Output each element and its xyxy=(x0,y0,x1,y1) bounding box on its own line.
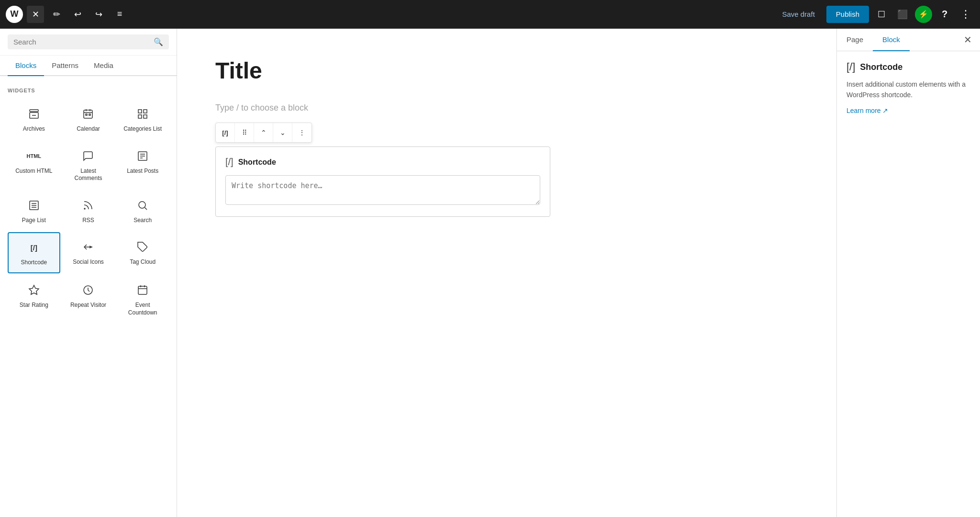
page-title[interactable]: Title xyxy=(215,57,798,84)
svg-rect-3 xyxy=(84,110,92,118)
block-item-social-icons[interactable]: Social Icons xyxy=(62,232,115,273)
block-item-archives[interactable]: Archives xyxy=(8,99,60,139)
archives-label: Archives xyxy=(23,125,45,133)
right-panel-content: [/] Shortcode Insert additional custom e… xyxy=(837,51,980,517)
block-item-shortcode[interactable]: [/]Shortcode xyxy=(8,232,60,273)
rss-icon xyxy=(79,197,97,214)
svg-rect-9 xyxy=(138,110,142,113)
move-down-btn[interactable]: ⌄ xyxy=(273,123,292,142)
svg-rect-27 xyxy=(138,286,147,294)
svg-rect-7 xyxy=(86,114,87,115)
shortcode-icon-small: [/] xyxy=(222,129,228,136)
settings-icon: ⬛ xyxy=(897,9,908,20)
more-options-button[interactable]: ⋮ xyxy=(957,6,974,23)
blocks-grid: ArchivesCalendarCategories ListHTMLCusto… xyxy=(8,99,169,323)
block-more-btn[interactable]: ⋮ xyxy=(292,123,312,142)
learn-more-link[interactable]: Learn more ↗ xyxy=(846,107,888,114)
list-view-button[interactable]: ≡ xyxy=(111,6,128,23)
shortcode-block: [/] Shortcode xyxy=(215,146,550,217)
block-item-star-rating[interactable]: Star Rating xyxy=(8,275,60,323)
svg-rect-12 xyxy=(144,115,147,118)
redo-icon: ↪ xyxy=(95,9,102,20)
toolbar: W ✕ ✏ ↩ ↪ ≡ Save draft Publish ☐ ⬛ ⚡ ? ⋮ xyxy=(0,0,980,29)
drag-icon: ⠿ xyxy=(242,129,247,136)
help-button[interactable]: ? xyxy=(936,6,953,23)
settings-button[interactable]: ⬛ xyxy=(894,6,911,23)
svg-line-23 xyxy=(145,207,147,209)
undo-icon: ↩ xyxy=(74,9,81,20)
svg-marker-25 xyxy=(29,285,39,294)
repeat-visitor-label: Repeat Visitor xyxy=(70,302,106,309)
edit-button[interactable]: ✏ xyxy=(48,6,65,23)
pen-icon: ✏ xyxy=(53,9,60,20)
lightning-icon: ⚡ xyxy=(919,10,928,19)
block-item-tag-cloud[interactable]: Tag Cloud xyxy=(116,232,169,273)
right-tab-block[interactable]: Block xyxy=(873,29,910,51)
block-more-icon: ⋮ xyxy=(299,129,305,136)
latest-comments-icon xyxy=(79,147,97,165)
search-icon: 🔍 xyxy=(154,37,163,46)
block-info-header: [/] Shortcode xyxy=(846,61,970,73)
right-panel-close-button[interactable]: ✕ xyxy=(959,31,976,48)
svg-rect-11 xyxy=(138,115,142,118)
block-item-latest-comments[interactable]: Latest Comments xyxy=(62,141,115,189)
editor-area: Title Type / to choose a block [/] ⠿ ⌃ ⌄… xyxy=(177,29,836,517)
categories-list-icon xyxy=(134,105,151,123)
right-panel-tabs: Page Block ✕ xyxy=(837,29,980,51)
move-up-btn[interactable]: ⌃ xyxy=(254,123,273,142)
shortcode-icon: [/] xyxy=(25,239,43,256)
search-input[interactable] xyxy=(13,38,150,46)
latest-posts-label: Latest Posts xyxy=(127,168,158,175)
block-item-latest-posts[interactable]: Latest Posts xyxy=(116,141,169,189)
star-rating-icon xyxy=(25,281,43,299)
blocks-list: WIDGETS ArchivesCalendarCategories ListH… xyxy=(0,76,177,517)
star-rating-label: Star Rating xyxy=(20,302,48,309)
lightning-button[interactable]: ⚡ xyxy=(915,6,932,23)
block-item-repeat-visitor[interactable]: Repeat Visitor xyxy=(62,275,115,323)
repeat-visitor-icon xyxy=(79,281,97,299)
search-bar: 🔍 xyxy=(0,29,177,56)
drag-handle-btn[interactable]: ⠿ xyxy=(235,123,254,142)
block-item-categories-list[interactable]: Categories List xyxy=(116,99,169,139)
widgets-section-label: WIDGETS xyxy=(8,88,169,93)
right-tab-page[interactable]: Page xyxy=(837,29,873,51)
block-item-calendar[interactable]: Calendar xyxy=(62,99,115,139)
block-info-title: Shortcode xyxy=(860,62,902,72)
tab-patterns[interactable]: Patterns xyxy=(44,56,86,76)
tab-blocks[interactable]: Blocks xyxy=(8,56,44,76)
social-icons-icon xyxy=(79,238,97,256)
shortcode-block-title: Shortcode xyxy=(238,158,276,167)
tag-cloud-icon xyxy=(134,238,151,256)
help-icon: ? xyxy=(942,9,947,20)
more-icon: ⋮ xyxy=(960,8,971,21)
shortcode-block-icon: [/] xyxy=(225,157,234,168)
shortcode-type-btn[interactable]: [/] xyxy=(216,123,235,142)
search-label: Search xyxy=(134,217,152,225)
block-item-rss[interactable]: RSS xyxy=(62,191,115,231)
svg-point-21 xyxy=(84,208,85,209)
event-countdown-label: Event Countdown xyxy=(121,302,165,316)
tab-media[interactable]: Media xyxy=(86,56,121,76)
block-item-page-list[interactable]: Page List xyxy=(8,191,60,231)
chevron-down-icon: ⌄ xyxy=(280,129,286,136)
view-button[interactable]: ☐ xyxy=(873,6,890,23)
close-button[interactable]: ✕ xyxy=(27,6,44,23)
save-draft-button[interactable]: Save draft xyxy=(774,6,822,23)
svg-rect-10 xyxy=(144,110,147,113)
svg-rect-0 xyxy=(30,110,38,112)
undo-button[interactable]: ↩ xyxy=(69,6,86,23)
shortcode-label: Shortcode xyxy=(21,259,47,267)
publish-button[interactable]: Publish xyxy=(826,6,869,23)
custom-html-label: Custom HTML xyxy=(15,168,52,175)
block-item-event-countdown[interactable]: Event Countdown xyxy=(116,275,169,323)
tab-bar: Blocks Patterns Media xyxy=(0,56,177,76)
block-item-search[interactable]: Search xyxy=(116,191,169,231)
wp-logo[interactable]: W xyxy=(6,6,23,23)
redo-button[interactable]: ↪ xyxy=(90,6,107,23)
archives-icon xyxy=(25,105,43,123)
main-layout: 🔍 Blocks Patterns Media WIDGETS Archives… xyxy=(0,29,980,517)
block-item-custom-html[interactable]: HTMLCustom HTML xyxy=(8,141,60,189)
shortcode-input[interactable] xyxy=(225,175,540,205)
block-toolbar: [/] ⠿ ⌃ ⌄ ⋮ xyxy=(215,123,312,143)
block-info-description: Insert additional custom elements with a… xyxy=(846,79,970,101)
